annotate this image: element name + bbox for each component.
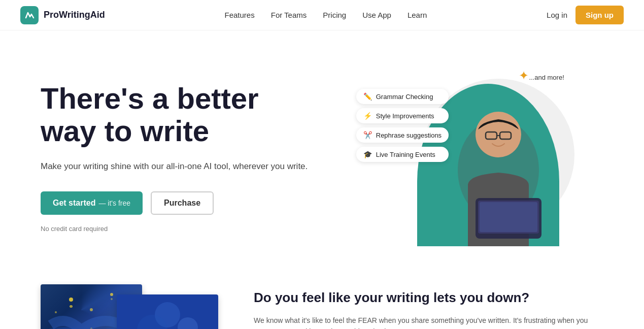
hero-content: There's a better way to write Make your …	[41, 82, 322, 233]
lower-section: My idea in my head Do you feel like your…	[0, 274, 644, 329]
hero-title-line2: way to write	[41, 114, 209, 147]
signup-button[interactable]: Sign up	[575, 6, 624, 24]
blue-overlay-card	[117, 294, 218, 329]
grammar-icon: ✏️	[363, 92, 372, 101]
hero-actions: Get started — it's free Purchase	[41, 191, 322, 215]
get-started-label: Get started	[53, 199, 95, 208]
style-icon: ⚡	[363, 112, 372, 120]
svg-point-8	[69, 298, 73, 302]
feature-pills: ✏️ Grammar Checking ⚡ Style Improvements…	[356, 89, 449, 162]
lower-text-content: Do you feel like your writing lets you d…	[254, 284, 603, 329]
no-card-text: No credit card required	[41, 225, 322, 233]
free-label: — it's free	[98, 199, 130, 207]
lower-heading: Do you feel like your writing lets you d…	[254, 289, 603, 307]
svg-point-15	[178, 317, 198, 329]
purchase-button[interactable]: Purchase	[151, 191, 214, 215]
hero-title-line1: There's a better	[41, 82, 259, 115]
lower-body: We know what it's like to feel the FEAR …	[254, 315, 603, 329]
hero-title: There's a better way to write	[41, 82, 322, 147]
svg-point-1	[476, 112, 521, 157]
pill-grammar: ✏️ Grammar Checking	[356, 89, 449, 104]
rephrase-label: Rephrase suggestions	[376, 131, 442, 139]
svg-point-12	[55, 311, 57, 313]
hero-subtitle: Make your writing shine with our all-in-…	[41, 159, 322, 173]
pill-rephrase: ✂️ Rephrase suggestions	[356, 127, 449, 143]
svg-rect-7	[480, 202, 537, 232]
blue-card-svg	[117, 294, 218, 329]
svg-point-10	[90, 308, 93, 311]
hero-section: There's a better way to write Make your …	[0, 30, 644, 274]
get-started-button[interactable]: Get started — it's free	[41, 191, 143, 215]
training-label: Live Training Events	[376, 151, 435, 158]
style-label: Style Improvements	[376, 112, 434, 120]
rephrase-icon: ✂️	[363, 131, 372, 139]
pill-style: ⚡ Style Improvements	[356, 108, 449, 123]
login-button[interactable]: Log in	[547, 11, 567, 19]
nav-for-teams[interactable]: For Teams	[271, 11, 307, 19]
svg-point-9	[110, 293, 113, 296]
nav-actions: Log in Sign up	[547, 6, 624, 24]
hero-illustration: ✦ ...and more! ✏️ Grammar Checking ⚡ Sty…	[356, 69, 569, 246]
logo-link[interactable]: ProWritingAid	[20, 6, 105, 24]
nav-features[interactable]: Features	[225, 11, 255, 19]
hero-image: ✦ ...and more! ✏️ Grammar Checking ⚡ Sty…	[322, 61, 604, 254]
logo-text: ProWritingAid	[44, 10, 105, 20]
lower-image-area: My idea in my head	[41, 284, 213, 329]
navbar: ProWritingAid Features For Teams Pricing…	[0, 0, 644, 30]
more-label: ...and more!	[529, 74, 564, 81]
nav-use-app[interactable]: Use App	[362, 11, 391, 19]
nav-links: Features For Teams Pricing Use App Learn	[225, 11, 427, 20]
training-icon: 🎓	[363, 150, 372, 158]
logo-icon	[20, 6, 39, 24]
nav-learn[interactable]: Learn	[408, 11, 427, 19]
nav-pricing[interactable]: Pricing	[323, 11, 346, 19]
pill-training: 🎓 Live Training Events	[356, 147, 449, 162]
grammar-label: Grammar Checking	[376, 93, 433, 101]
sparkle-icon: ✦	[519, 69, 529, 83]
